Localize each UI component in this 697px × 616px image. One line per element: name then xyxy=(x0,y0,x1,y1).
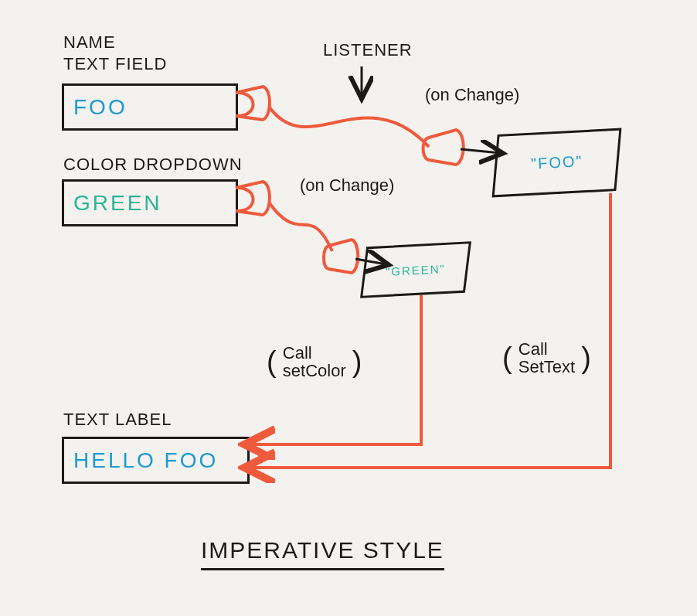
name-text-field[interactable]: FOO xyxy=(62,83,238,131)
listener-receive-color-value: "GREEN" xyxy=(386,261,447,277)
cup-icon-name-dest xyxy=(423,130,464,165)
cup-icon-name xyxy=(236,87,270,120)
onchange-annotation-color: (on Change) xyxy=(300,175,394,196)
diagram-title: IMPERATIVE STYLE xyxy=(201,537,444,570)
listener-label: LISTENER xyxy=(323,40,413,60)
call-setcolor-annotation: ( Call setColor ) xyxy=(267,344,362,379)
cup-icon-color xyxy=(236,182,270,215)
cup-icon-color-dest xyxy=(324,240,358,273)
diagram-canvas: NAME TEXT FIELD FOO COLOR DROPDOWN GREEN… xyxy=(0,0,697,616)
name-text-field-value: FOO xyxy=(73,95,128,120)
color-dropdown[interactable]: GREEN xyxy=(62,179,238,226)
call-settext-annotation: ( Call SetText ) xyxy=(502,340,591,376)
text-label-field: HELLO FOO xyxy=(62,437,250,484)
wire-color-to-listener xyxy=(269,202,332,251)
onchange-annotation-name: (on Change) xyxy=(425,85,519,105)
text-label-caption: TEXT LABEL xyxy=(63,410,172,430)
name-field-label-line1: NAME xyxy=(63,32,116,53)
listener-receive-name-panel: "FOO" xyxy=(493,128,620,197)
color-dropdown-label: COLOR DROPDOWN xyxy=(63,155,243,175)
listener-receive-color-panel: "GREEN" xyxy=(362,241,469,298)
listener-receive-name-value: "FOO" xyxy=(530,152,583,173)
name-field-label-line2: TEXT FIELD xyxy=(63,54,167,74)
text-label-value: HELLO FOO xyxy=(73,448,218,473)
connector-settext xyxy=(247,193,610,468)
color-dropdown-value: GREEN xyxy=(73,191,162,216)
wire-name-to-listener xyxy=(269,107,429,147)
